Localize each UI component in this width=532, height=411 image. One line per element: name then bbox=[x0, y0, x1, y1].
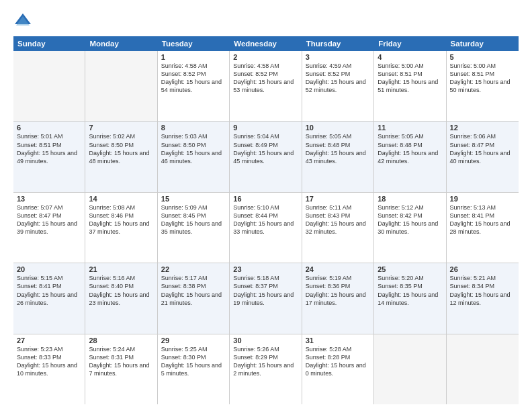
header-cell-sunday: Sunday bbox=[13, 36, 85, 51]
day-number: 21 bbox=[89, 265, 153, 273]
day-info: Sunrise: 5:18 AM Sunset: 8:37 PM Dayligh… bbox=[233, 274, 298, 307]
calendar-cell: 19Sunrise: 5:13 AM Sunset: 8:41 PM Dayli… bbox=[447, 193, 519, 263]
calendar-row: 20Sunrise: 5:15 AM Sunset: 8:41 PM Dayli… bbox=[13, 263, 519, 334]
day-info: Sunrise: 5:07 AM Sunset: 8:47 PM Dayligh… bbox=[17, 203, 81, 236]
calendar-cell: 4Sunrise: 5:00 AM Sunset: 8:51 PM Daylig… bbox=[374, 51, 446, 121]
day-info: Sunrise: 4:58 AM Sunset: 8:52 PM Dayligh… bbox=[233, 62, 298, 95]
calendar-cell: 1Sunrise: 4:58 AM Sunset: 8:52 PM Daylig… bbox=[158, 51, 230, 121]
day-number: 24 bbox=[306, 265, 370, 273]
header-cell-thursday: Thursday bbox=[302, 36, 374, 51]
calendar-cell: 18Sunrise: 5:12 AM Sunset: 8:42 PM Dayli… bbox=[374, 193, 446, 263]
day-number: 1 bbox=[161, 53, 226, 61]
day-info: Sunrise: 5:10 AM Sunset: 8:44 PM Dayligh… bbox=[233, 203, 298, 236]
day-info: Sunrise: 5:05 AM Sunset: 8:48 PM Dayligh… bbox=[378, 132, 442, 165]
calendar-cell: 25Sunrise: 5:20 AM Sunset: 8:35 PM Dayli… bbox=[374, 263, 446, 333]
day-number: 26 bbox=[450, 265, 515, 273]
logo bbox=[13, 11, 35, 30]
day-info: Sunrise: 4:58 AM Sunset: 8:52 PM Dayligh… bbox=[161, 62, 226, 95]
day-number: 9 bbox=[233, 124, 298, 132]
day-number: 10 bbox=[306, 124, 370, 132]
header-cell-friday: Friday bbox=[374, 36, 446, 51]
calendar-body: 1Sunrise: 4:58 AM Sunset: 8:52 PM Daylig… bbox=[13, 51, 519, 404]
day-info: Sunrise: 5:00 AM Sunset: 8:51 PM Dayligh… bbox=[378, 62, 442, 95]
calendar-cell: 12Sunrise: 5:06 AM Sunset: 8:47 PM Dayli… bbox=[447, 122, 519, 191]
calendar-cell: 30Sunrise: 5:26 AM Sunset: 8:29 PM Dayli… bbox=[230, 334, 302, 404]
calendar-cell: 31Sunrise: 5:28 AM Sunset: 8:28 PM Dayli… bbox=[302, 334, 374, 404]
calendar-cell: 10Sunrise: 5:05 AM Sunset: 8:48 PM Dayli… bbox=[302, 122, 374, 191]
day-number: 22 bbox=[161, 265, 226, 273]
calendar-cell: 21Sunrise: 5:16 AM Sunset: 8:40 PM Dayli… bbox=[85, 263, 157, 333]
calendar-row: 13Sunrise: 5:07 AM Sunset: 8:47 PM Dayli… bbox=[13, 193, 519, 263]
day-number: 11 bbox=[378, 124, 442, 132]
calendar-cell bbox=[13, 51, 85, 121]
calendar-cell: 28Sunrise: 5:24 AM Sunset: 8:31 PM Dayli… bbox=[85, 334, 157, 404]
calendar-cell: 24Sunrise: 5:19 AM Sunset: 8:36 PM Dayli… bbox=[302, 263, 374, 333]
calendar-cell: 29Sunrise: 5:25 AM Sunset: 8:30 PM Dayli… bbox=[158, 334, 230, 404]
calendar-cell: 14Sunrise: 5:08 AM Sunset: 8:46 PM Dayli… bbox=[85, 193, 157, 263]
day-number: 3 bbox=[306, 53, 370, 61]
day-number: 13 bbox=[17, 195, 81, 203]
day-info: Sunrise: 5:15 AM Sunset: 8:41 PM Dayligh… bbox=[17, 274, 81, 307]
day-info: Sunrise: 5:12 AM Sunset: 8:42 PM Dayligh… bbox=[378, 203, 442, 236]
calendar-cell: 11Sunrise: 5:05 AM Sunset: 8:48 PM Dayli… bbox=[374, 122, 446, 191]
calendar-cell: 3Sunrise: 4:59 AM Sunset: 8:52 PM Daylig… bbox=[302, 51, 374, 121]
calendar-cell bbox=[374, 334, 446, 404]
day-number: 16 bbox=[233, 195, 298, 203]
header-cell-saturday: Saturday bbox=[447, 36, 519, 51]
day-info: Sunrise: 5:24 AM Sunset: 8:31 PM Dayligh… bbox=[89, 345, 153, 378]
calendar-cell: 23Sunrise: 5:18 AM Sunset: 8:37 PM Dayli… bbox=[230, 263, 302, 333]
day-number: 31 bbox=[306, 336, 370, 345]
day-info: Sunrise: 4:59 AM Sunset: 8:52 PM Dayligh… bbox=[306, 62, 370, 95]
calendar-cell: 26Sunrise: 5:21 AM Sunset: 8:34 PM Dayli… bbox=[447, 263, 519, 333]
page: SundayMondayTuesdayWednesdayThursdayFrid… bbox=[0, 0, 532, 411]
day-number: 6 bbox=[17, 124, 81, 132]
day-info: Sunrise: 5:19 AM Sunset: 8:36 PM Dayligh… bbox=[306, 274, 370, 307]
calendar: SundayMondayTuesdayWednesdayThursdayFrid… bbox=[13, 36, 519, 404]
day-info: Sunrise: 5:26 AM Sunset: 8:29 PM Dayligh… bbox=[233, 345, 298, 378]
day-number: 14 bbox=[89, 195, 153, 203]
calendar-cell: 15Sunrise: 5:09 AM Sunset: 8:45 PM Dayli… bbox=[158, 193, 230, 263]
calendar-cell: 22Sunrise: 5:17 AM Sunset: 8:38 PM Dayli… bbox=[158, 263, 230, 333]
calendar-cell: 6Sunrise: 5:01 AM Sunset: 8:51 PM Daylig… bbox=[13, 122, 85, 191]
day-number: 20 bbox=[17, 265, 81, 273]
day-number: 12 bbox=[450, 124, 515, 132]
day-info: Sunrise: 5:05 AM Sunset: 8:48 PM Dayligh… bbox=[306, 132, 370, 165]
header-cell-tuesday: Tuesday bbox=[158, 36, 230, 51]
day-info: Sunrise: 5:13 AM Sunset: 8:41 PM Dayligh… bbox=[450, 203, 515, 236]
logo-icon bbox=[13, 11, 32, 30]
calendar-cell: 13Sunrise: 5:07 AM Sunset: 8:47 PM Dayli… bbox=[13, 193, 85, 263]
calendar-header: SundayMondayTuesdayWednesdayThursdayFrid… bbox=[13, 36, 519, 51]
calendar-cell: 16Sunrise: 5:10 AM Sunset: 8:44 PM Dayli… bbox=[230, 193, 302, 263]
day-info: Sunrise: 5:01 AM Sunset: 8:51 PM Dayligh… bbox=[17, 132, 81, 165]
header bbox=[13, 11, 519, 30]
calendar-cell: 9Sunrise: 5:04 AM Sunset: 8:49 PM Daylig… bbox=[230, 122, 302, 191]
calendar-cell: 27Sunrise: 5:23 AM Sunset: 8:33 PM Dayli… bbox=[13, 334, 85, 404]
day-info: Sunrise: 5:02 AM Sunset: 8:50 PM Dayligh… bbox=[89, 132, 153, 165]
calendar-row: 27Sunrise: 5:23 AM Sunset: 8:33 PM Dayli… bbox=[13, 334, 519, 404]
day-info: Sunrise: 5:20 AM Sunset: 8:35 PM Dayligh… bbox=[378, 274, 442, 307]
day-number: 18 bbox=[378, 195, 442, 203]
day-number: 27 bbox=[17, 336, 81, 345]
calendar-cell: 17Sunrise: 5:11 AM Sunset: 8:43 PM Dayli… bbox=[302, 193, 374, 263]
calendar-cell bbox=[447, 334, 519, 404]
calendar-row: 1Sunrise: 4:58 AM Sunset: 8:52 PM Daylig… bbox=[13, 51, 519, 122]
day-info: Sunrise: 5:00 AM Sunset: 8:51 PM Dayligh… bbox=[450, 62, 515, 95]
day-number: 5 bbox=[450, 53, 515, 61]
calendar-cell bbox=[85, 51, 157, 121]
day-info: Sunrise: 5:03 AM Sunset: 8:50 PM Dayligh… bbox=[161, 132, 226, 165]
day-info: Sunrise: 5:25 AM Sunset: 8:30 PM Dayligh… bbox=[161, 345, 226, 378]
day-number: 23 bbox=[233, 265, 298, 273]
day-number: 7 bbox=[89, 124, 153, 132]
calendar-cell: 20Sunrise: 5:15 AM Sunset: 8:41 PM Dayli… bbox=[13, 263, 85, 333]
header-cell-monday: Monday bbox=[85, 36, 157, 51]
day-info: Sunrise: 5:17 AM Sunset: 8:38 PM Dayligh… bbox=[161, 274, 226, 307]
day-info: Sunrise: 5:28 AM Sunset: 8:28 PM Dayligh… bbox=[306, 345, 370, 378]
day-info: Sunrise: 5:16 AM Sunset: 8:40 PM Dayligh… bbox=[89, 274, 153, 307]
calendar-cell: 7Sunrise: 5:02 AM Sunset: 8:50 PM Daylig… bbox=[85, 122, 157, 191]
calendar-cell: 8Sunrise: 5:03 AM Sunset: 8:50 PM Daylig… bbox=[158, 122, 230, 191]
day-number: 15 bbox=[161, 195, 226, 203]
day-number: 2 bbox=[233, 53, 298, 61]
day-number: 25 bbox=[378, 265, 442, 273]
day-number: 19 bbox=[450, 195, 515, 203]
calendar-cell: 2Sunrise: 4:58 AM Sunset: 8:52 PM Daylig… bbox=[230, 51, 302, 121]
